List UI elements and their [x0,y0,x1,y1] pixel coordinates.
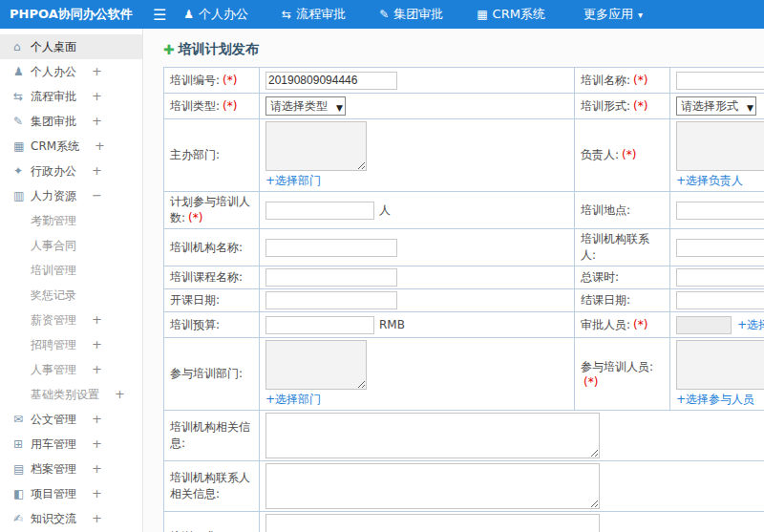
sidebar-item[interactable]: ⇆ 流程审批 + [0,84,142,109]
menu-label: 个人办公 [199,6,248,23]
training-name-input[interactable] [676,72,764,90]
main-content: ✚ 培训计划发布 培训编号:(*) 培训名称:(*) 培训类型:(*) 请选择类… [144,29,764,532]
sidebar-item[interactable]: 培训管理 [0,258,142,283]
sidebar-item[interactable]: ✍ 知识交流 + [0,506,142,531]
sidebar-item[interactable]: ▦ CRM系统 + [0,134,142,159]
course-name-label: 培训课程名称: [164,266,260,289]
select-department-link[interactable]: +选择部门 [265,173,321,189]
total-hours-input[interactable] [676,268,764,287]
menu-icon: ⇆ [282,8,291,21]
expand-toggle-icon[interactable]: − [92,183,102,208]
expand-toggle-icon[interactable]: + [115,382,125,407]
training-type-select[interactable]: 请选择类型 ▼ [265,96,346,116]
select-leader-link[interactable]: +选择负责人 [676,173,743,189]
expand-toggle-icon[interactable]: + [92,407,102,432]
end-date-input[interactable] [676,291,764,309]
expand-toggle-icon[interactable]: + [92,432,102,457]
training-requirements-textarea[interactable] [265,514,600,532]
required-mark: (*) [633,74,647,87]
expand-toggle-icon[interactable]: + [92,59,102,84]
page-title: ✚ 培训计划发布 [163,41,764,58]
expand-toggle-icon[interactable]: + [92,84,102,109]
sidebar-item[interactable]: 人事管理 + [0,357,142,382]
select-arrow-icon: ▼ [336,100,343,116]
sidebar-item-label: 人力资源 [31,183,76,208]
leader-textarea[interactable] [676,121,764,171]
institution-contact-input[interactable] [676,239,764,257]
sidebar-item-label: CRM系统 [31,134,79,159]
leader-label: 负责人:(*) [575,119,670,192]
select-department-link[interactable]: +选择部门 [265,392,321,408]
sidebar-item[interactable]: ♟ 个人办公 + [0,59,142,84]
sidebar-item[interactable]: 奖惩记录 [0,283,142,308]
participants-textarea[interactable] [676,340,764,390]
topbar-menu-item[interactable]: ▦ CRM系统 [477,6,550,23]
host-department-label: 主办部门: [164,119,260,192]
institution-name-input[interactable] [265,239,397,257]
institution-contact-info-textarea[interactable] [265,463,600,509]
start-date-input[interactable] [265,291,397,309]
budget-input[interactable] [265,316,374,334]
training-name-label: 培训名称:(*) [575,68,670,94]
sidebar-item[interactable]: 招聘管理 + [0,332,142,357]
expand-toggle-icon[interactable]: + [92,109,102,134]
sidebar-item[interactable]: 人事合同 [0,233,142,258]
expand-toggle-icon[interactable]: + [92,481,102,506]
sidebar-item[interactable]: ⊞ 用车管理 + [0,432,142,457]
expand-toggle-icon[interactable]: + [92,457,102,481]
planned-participants-input[interactable] [265,202,374,220]
expand-toggle-icon[interactable]: + [95,134,105,159]
sidebar-item[interactable]: 薪资管理 + [0,308,142,332]
host-department-textarea[interactable] [265,121,367,171]
sidebar-item[interactable]: ✎ 集团审批 + [0,109,142,134]
training-number-input[interactable] [265,72,397,90]
expand-toggle-icon[interactable]: + [92,357,102,382]
sidebar-item[interactable]: ◧ 项目管理 + [0,481,142,506]
sidebar-item[interactable]: ✉ 公文管理 + [0,407,142,432]
form-row: 计划参与培训人数:(*) 人 培训地点: [164,192,764,229]
topbar-menu-item[interactable]: 更多应用 ▾ [579,6,643,23]
institution-info-textarea[interactable] [265,413,600,458]
app-window: PHPOA协同办公软件 ☰ ♟ 个人办公 ⇆ 流程审批 ✎ 集团审批 [0,0,764,532]
course-name-input[interactable] [265,268,397,287]
expand-toggle-icon[interactable]: + [92,308,102,332]
sidebar-item[interactable]: ⌂ 个人桌面 [0,34,142,59]
sidebar-item[interactable]: ▤ 档案管理 + [0,457,142,481]
sidebar-item-icon: ▥ [13,183,31,208]
training-form-select[interactable]: 请选择形式 ▼ [676,96,756,116]
form-row: 培训预算: RMB 审批人员:(*) +选择审批人员 [164,312,764,338]
approver-input[interactable] [676,316,732,334]
sidebar-item[interactable]: 考勤管理 [0,208,142,233]
training-location-label: 培训地点: [575,192,670,229]
select-participants-link[interactable]: +选择参与人员 [676,392,754,408]
required-mark: (*) [223,99,237,113]
required-mark: (*) [223,74,237,87]
participating-departments-textarea[interactable] [265,340,367,390]
select-value: 请选择形式 [681,99,738,113]
sidebar-item[interactable]: 基础类别设置 + [0,382,142,407]
sidebar-item-label: 基础类别设置 [31,382,99,407]
form-row: 主办部门: +选择部门 负责人:(*) +选择负责人 [164,119,764,192]
training-location-input[interactable] [676,202,764,220]
topbar-menu: ♟ 个人办公 ⇆ 流程审批 ✎ 集团审批 ▦ [183,0,671,29]
expand-toggle-icon[interactable]: + [92,332,102,357]
institution-contact-label: 培训机构联系人: [575,229,670,266]
sidebar-item-label: 人事管理 [31,357,76,382]
menu-label: CRM系统 [493,6,545,23]
select-approver-link[interactable]: +选择审批人员 [737,317,764,333]
sidebar-item[interactable]: ✦ 行政办公 + [0,159,142,183]
sidebar-item-label: 流程审批 [31,84,76,109]
sidebar-item[interactable]: ▥ 人力资源 − [0,183,142,208]
sidebar-item-label: 培训管理 [31,258,76,283]
unit-suffix: 人 [379,203,391,217]
topbar-menu-item[interactable]: ✎ 集团审批 [379,6,448,23]
hamburger-menu-icon[interactable]: ☰ [153,6,166,24]
expand-toggle-icon[interactable]: + [92,506,102,531]
app-title: PHPOA协同办公软件 [0,6,143,23]
topbar-menu-item[interactable]: ⇆ 流程审批 [282,6,350,23]
topbar-menu-item[interactable]: ♟ 个人办公 [183,6,253,23]
sidebar: ⌂ 个人桌面 ♟ 个人办公 + ⇆ 流程审批 + ✎ 集团审批 + [0,29,143,532]
sidebar-item-label: 用车管理 [31,432,76,457]
expand-toggle-icon[interactable]: + [92,159,102,183]
menu-label: 流程审批 [296,6,346,23]
